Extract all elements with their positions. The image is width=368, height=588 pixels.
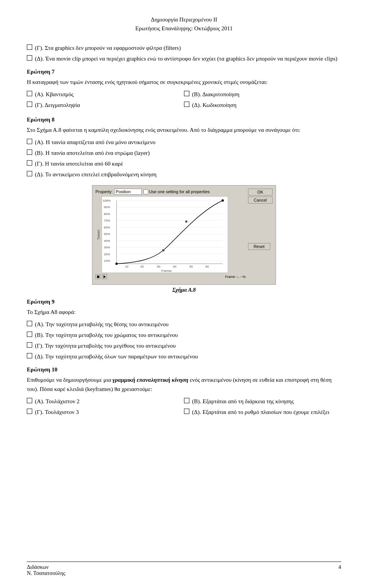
list-item: (Α). Η ταινία απαρτίζεται από ένα μόνο α… xyxy=(27,138,341,147)
page-footer: Διδάσκων Ν. Τσαπατσούλης 4 xyxy=(27,562,341,577)
q7-options: (Α). Κβαντισμός (Β). Διακριτοποίηση (Γ).… xyxy=(27,90,341,111)
reset-button[interactable]: Reset xyxy=(248,243,270,250)
list-item: (Β). Εξαρτάται από τη διάρκεια της κίνησ… xyxy=(184,397,341,406)
svg-text:30: 30 xyxy=(157,265,160,268)
property-input[interactable] xyxy=(114,189,142,195)
checkbox-icon xyxy=(27,160,32,166)
flash-dialog: Property: Use one setting for all proper… xyxy=(92,185,276,285)
checkbox-icon xyxy=(27,321,32,326)
stop-button[interactable] xyxy=(95,274,100,279)
checkbox-icon xyxy=(27,91,32,96)
page-number: 4 xyxy=(338,564,341,577)
svg-text:70%: 70% xyxy=(104,219,110,222)
y-axis-label: Tween xyxy=(97,230,100,240)
list-item: (Α). Την ταχύτητα μεταβολής της θέσης το… xyxy=(27,320,341,329)
question-10: Ερώτηση 10 Επιθυμούμε να δημιουργήσουμε … xyxy=(27,366,341,418)
svg-point-31 xyxy=(185,220,187,223)
header-line2: Ερωτήσεις Επανάληψης: Οκτώβριος 2011 xyxy=(27,24,341,33)
list-item: (Δ). Την ταχύτητα μεταβολής όλων των παρ… xyxy=(27,352,341,361)
q10-option-b: (Β). Εξαρτάται από τη διάρκεια της κίνησ… xyxy=(192,397,294,406)
checkbox-icon xyxy=(27,149,32,155)
checkbox-icon xyxy=(27,409,32,414)
q8-title: Ερώτηση 8 xyxy=(27,117,341,123)
svg-point-30 xyxy=(162,249,164,251)
list-item: (Δ). Εξαρτάται από το ρυθμό πλαισίων που… xyxy=(184,407,341,417)
q9-options: (Α). Την ταχύτητα μεταβολής της θέσης το… xyxy=(27,320,341,361)
list-item: (Γ). Την ταχύτητα μεταβολής του μεγέθους… xyxy=(27,341,341,350)
ok-button[interactable]: OK xyxy=(248,189,273,195)
play-button[interactable] xyxy=(102,274,107,279)
checkbox-icon xyxy=(27,171,32,176)
checkbox-icon xyxy=(27,102,32,107)
svg-text:80%: 80% xyxy=(104,212,110,216)
q6-option-delta: (Δ). Ένα movie clip μπορεί να περιέχει g… xyxy=(35,54,337,63)
footer-left-label: Διδάσκων xyxy=(27,564,65,570)
checkbox-icon xyxy=(27,332,32,337)
checkbox-icon xyxy=(184,91,189,96)
property-label: Property: xyxy=(95,189,113,194)
svg-text:50%: 50% xyxy=(104,232,110,236)
checkbox-icon xyxy=(27,353,32,358)
page-header: Δημιουργία Περιεχομένου ΙΙ Ερωτήσεις Επα… xyxy=(27,15,341,33)
footer-left: Διδάσκων Ν. Τσαπατσούλης xyxy=(27,564,65,577)
svg-text:90%: 90% xyxy=(104,205,110,209)
q10-option-a: (Α). Τουλάχιστον 2 xyxy=(35,397,80,406)
list-item: (Γ). Δειγματοληψία xyxy=(27,100,184,110)
q9-text: Το Σχήμα Α8 αφορά: xyxy=(27,307,341,317)
checkbox-icon xyxy=(27,342,32,348)
question-7: Ερώτηση 7 Η καταγραφή των τιμών έντασης … xyxy=(27,69,341,111)
header-line1: Δημιουργία Περιεχομένου ΙΙ xyxy=(27,15,341,24)
figure-container: Property: Use one setting for all proper… xyxy=(27,185,341,293)
svg-text:20%: 20% xyxy=(104,253,110,256)
svg-text:100%: 100% xyxy=(103,199,110,202)
svg-text:60%: 60% xyxy=(104,226,110,229)
q7-option-d: (Δ). Κωδικοποίηση xyxy=(192,100,237,110)
q9-option-g: (Γ). Την ταχύτητα μεταβολής του μεγέθους… xyxy=(35,341,176,350)
tween-chart-svg: 100% 90% 80% 70% 60% 50% 40% 30% 20% 10%… xyxy=(102,196,228,273)
svg-text:40%: 40% xyxy=(104,239,110,243)
svg-text:40: 40 xyxy=(173,265,176,268)
checkbox-icon xyxy=(27,139,32,144)
list-item: (Γ). Στα graphics δεν μπορούν να εφαρμοσ… xyxy=(27,43,341,53)
q7-title: Ερώτηση 7 xyxy=(27,69,341,75)
q10-text: Επιθυμούμε να δημιουργήσουμε μια γραμμικ… xyxy=(27,375,341,394)
list-item: (Β). Η ταινία αποτελείται από ένα στρώμα… xyxy=(27,148,341,158)
q8-option-a: (Α). Η ταινία απαρτίζεται από ένα μόνο α… xyxy=(35,138,155,147)
question-8: Ερώτηση 8 Στο Σχήμα Α.8 φαίνεται η καμπύ… xyxy=(27,117,341,179)
svg-point-32 xyxy=(222,199,224,202)
cancel-button[interactable]: Cancel xyxy=(248,197,273,204)
checkbox-label: Use one setting for all properties xyxy=(149,189,210,194)
q7-option-g: (Γ). Δειγματοληψία xyxy=(35,100,80,110)
q10-options: (Α). Τουλάχιστον 2 (Β). Εξαρτάται από τη… xyxy=(27,397,341,418)
checkbox-icon xyxy=(27,44,32,50)
list-item: (Γ). Τουλάχιστον 3 xyxy=(27,407,184,417)
svg-text:30%: 30% xyxy=(104,246,110,249)
q7-option-b: (Β). Διακριτοποίηση xyxy=(192,90,240,99)
list-item: (Δ). Κωδικοποίηση xyxy=(184,100,341,110)
footer-right-name: Ν. Τσαπατσούλης xyxy=(27,570,65,577)
frame-label: Frame --, --% xyxy=(225,275,246,279)
figure-caption: Σχήμα Α.8 xyxy=(172,287,196,293)
question-9: Ερώτηση 9 Το Σχήμα Α8 αφορά: (Α). Την τα… xyxy=(27,299,341,361)
checkbox-icon xyxy=(27,55,32,61)
q10-title: Ερώτηση 10 xyxy=(27,366,341,373)
q9-option-a: (Α). Την ταχύτητα μεταβολής της θέσης το… xyxy=(35,320,169,329)
q8-option-d: (Δ). Το αντικείμενο επιτελεί επιβραδυνόμ… xyxy=(35,170,156,179)
checkbox-icon xyxy=(184,102,189,107)
list-item: (Β). Την ταχύτητα μεταβολής του χρώματος… xyxy=(27,330,341,340)
q8-option-g: (Γ). Η ταινία αποτελείται από 60 καρέ xyxy=(35,159,123,168)
checkbox-icon xyxy=(184,398,189,403)
svg-text:10%: 10% xyxy=(104,259,110,263)
list-item: (Γ). Η ταινία αποτελείται από 60 καρέ xyxy=(27,159,341,168)
q9-title: Ερώτηση 9 xyxy=(27,299,341,305)
checkbox-icon xyxy=(184,409,189,414)
list-item: (Α). Τουλάχιστον 2 xyxy=(27,397,184,406)
q9-option-d: (Δ). Την ταχύτητα μεταβολής όλων των παρ… xyxy=(35,352,198,361)
all-properties-checkbox[interactable] xyxy=(143,189,148,194)
list-item: (Δ). Το αντικείμενο επιτελεί επιβραδυνόμ… xyxy=(27,170,341,179)
q8-options: (Α). Η ταινία απαρτίζεται από ένα μόνο α… xyxy=(27,138,341,179)
svg-text:20: 20 xyxy=(140,265,144,268)
checkbox-icon xyxy=(27,398,32,403)
svg-point-29 xyxy=(115,263,118,265)
svg-text:50: 50 xyxy=(189,265,193,268)
